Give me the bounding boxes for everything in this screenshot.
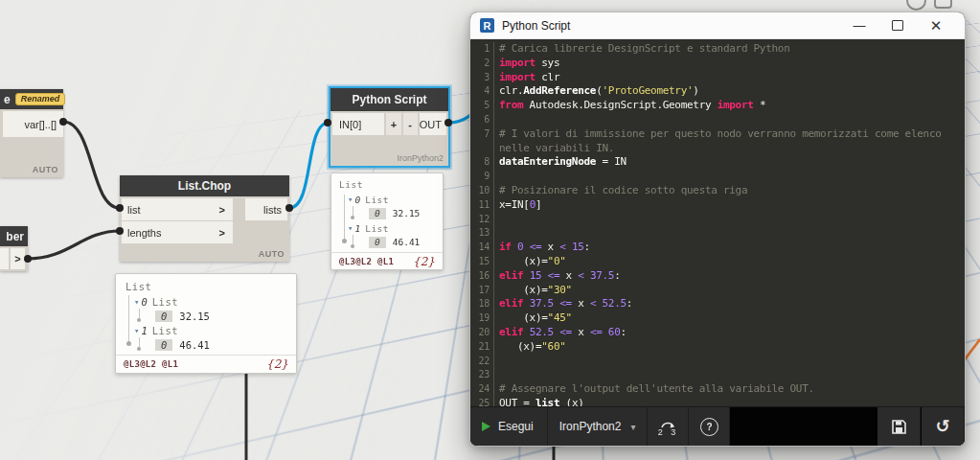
port-list-in[interactable]: list > bbox=[122, 198, 233, 220]
code-line[interactable]: 25OUT = list (x) bbox=[470, 397, 965, 406]
connector-var-out[interactable] bbox=[59, 118, 67, 126]
code-line[interactable]: 4clr.AddReference('ProtoGeometry') bbox=[470, 84, 965, 99]
toolbar-spacer bbox=[730, 407, 877, 446]
lacing-label[interactable]: AUTO bbox=[259, 249, 285, 259]
code-line[interactable]: 16elif 15 <= x < 37.5: bbox=[470, 269, 965, 284]
chevron-right-icon: > bbox=[219, 204, 225, 216]
help-button[interactable]: ? bbox=[689, 407, 730, 446]
code-line[interactable]: 2import sys bbox=[470, 57, 965, 71]
node-number-header[interactable]: ber bbox=[0, 226, 28, 246]
collapse-triangle-icon[interactable]: ▾ bbox=[134, 327, 139, 335]
code-line[interactable]: 7# I valori di immissione per questo nod… bbox=[470, 127, 965, 142]
collapse-triangle-icon[interactable]: ▾ bbox=[348, 196, 353, 204]
list-count: {2} bbox=[266, 357, 288, 371]
close-button[interactable]: ✕ bbox=[917, 12, 955, 38]
watch-root-label: List bbox=[125, 281, 290, 292]
code-line[interactable]: 13 bbox=[470, 226, 965, 241]
item-index-badge: 0 bbox=[155, 339, 172, 351]
item-index-badge: 0 bbox=[369, 237, 386, 248]
code-line[interactable]: 9 bbox=[470, 170, 965, 184]
node-list-chop-title[interactable]: List.Chop bbox=[120, 175, 289, 196]
code-line[interactable]: 17 (x)="30" bbox=[470, 284, 965, 298]
code-line[interactable]: 23 bbox=[470, 368, 965, 382]
connector-lists-out[interactable] bbox=[285, 204, 293, 212]
code-line[interactable]: 22 bbox=[470, 355, 965, 369]
connector-list-in[interactable] bbox=[116, 204, 124, 212]
revert-button[interactable]: ↺ bbox=[921, 407, 965, 446]
save-icon bbox=[891, 419, 907, 435]
engine-label: IronPython2 bbox=[397, 153, 444, 163]
branch-label: List bbox=[365, 223, 389, 234]
branch-label: List bbox=[365, 195, 389, 205]
orbit-icon[interactable] bbox=[906, 0, 926, 11]
code-line[interactable]: 19 (x)="45" bbox=[470, 311, 965, 326]
node-renamed-header[interactable]: e Renamed bbox=[0, 89, 63, 109]
node-list-chop[interactable]: List.Chop list > lengths > lists AUTO bbox=[120, 175, 289, 262]
code-line[interactable]: 24# Assegnare l'output dell'utente alla … bbox=[470, 382, 965, 397]
level-labels[interactable]: @L3@L2 @L1 bbox=[339, 257, 394, 266]
connector-number-out[interactable] bbox=[24, 255, 32, 263]
watch-root-label: List bbox=[339, 179, 439, 190]
item-value: 32.15 bbox=[393, 208, 421, 218]
branch-index: 1 bbox=[141, 325, 147, 336]
port-out[interactable]: OUT bbox=[420, 113, 446, 135]
node-python-script[interactable]: Python Script IN[0] + - OUT IronPython2 bbox=[329, 86, 450, 168]
play-icon bbox=[482, 422, 490, 431]
pan-icon[interactable] bbox=[934, 0, 952, 9]
code-line[interactable]: 20elif 52.5 <= x <= 60: bbox=[470, 326, 965, 340]
lacing-label[interactable]: AUTO bbox=[33, 165, 58, 174]
level-labels[interactable]: @L3@L2 @L1 bbox=[124, 359, 178, 369]
port-lengths-in[interactable]: lengths > bbox=[122, 221, 233, 243]
add-input-button[interactable]: + bbox=[386, 113, 400, 135]
code-line[interactable]: 3import clr bbox=[470, 71, 965, 85]
branch-label: List bbox=[152, 296, 178, 308]
code-line[interactable]: 6 bbox=[470, 113, 965, 127]
preview-bubble-big[interactable]: List ▾ 0 List 0 32.15 ▾ 1 bbox=[115, 273, 297, 374]
engine-value: IronPython2 bbox=[559, 420, 622, 433]
code-line[interactable]: 10# Posizionare il codice sotto questa r… bbox=[470, 184, 965, 198]
code-line[interactable]: 1# Carica librerie DesignScript e standa… bbox=[470, 42, 965, 57]
chevron-right-icon: > bbox=[219, 227, 225, 239]
code-line[interactable]: 8dataEnteringNode = IN bbox=[470, 155, 965, 170]
canvas-controls[interactable] bbox=[906, 0, 952, 11]
port-in0[interactable]: IN[0] bbox=[332, 113, 384, 135]
code-line[interactable]: 11x=IN[0] bbox=[470, 198, 965, 213]
window-titlebar[interactable]: R Python Script — ✕ bbox=[470, 12, 965, 39]
connector-python-out[interactable] bbox=[444, 119, 452, 126]
code-line[interactable]: 15 (x)="0" bbox=[470, 255, 965, 269]
watch-item: 0 46.41 bbox=[348, 235, 439, 249]
remove-input-button[interactable]: - bbox=[403, 113, 418, 135]
code-editor[interactable]: 1# Carica librerie DesignScript e standa… bbox=[470, 39, 965, 406]
engine-dropdown[interactable]: IronPython2 ▾ bbox=[548, 407, 649, 446]
port-number-out[interactable]: > bbox=[11, 248, 25, 269]
run-button[interactable]: Esegui bbox=[470, 407, 548, 446]
code-line[interactable]: nelle variabili IN. bbox=[470, 142, 965, 156]
item-index-badge: 0 bbox=[369, 208, 386, 219]
preview-bubble-small[interactable]: List ▾ 0 List 0 32.15 ▾ 1 bbox=[330, 172, 444, 270]
code-line[interactable]: 18elif 37.5 <= x < 52.5: bbox=[470, 297, 965, 311]
node-number[interactable]: ber > bbox=[0, 226, 28, 271]
dynamo-workspace: e Renamed var[]..[] AUTO ber > List.Chop… bbox=[0, 0, 980, 460]
connector-python-in[interactable] bbox=[324, 119, 331, 126]
migrate-2to3-button[interactable]: 2 3 bbox=[648, 407, 689, 446]
collapse-triangle-icon[interactable]: ▾ bbox=[348, 224, 353, 233]
code-line[interactable]: 14if 0 <= x < 15: bbox=[470, 241, 965, 255]
save-button[interactable] bbox=[877, 407, 921, 446]
minimize-button[interactable]: — bbox=[840, 12, 878, 38]
code-line[interactable]: 12 bbox=[470, 213, 965, 227]
node-python-title[interactable]: Python Script bbox=[330, 88, 448, 111]
maximize-button[interactable] bbox=[878, 12, 917, 38]
tree-guide-dot bbox=[137, 318, 141, 322]
port-lists-out[interactable]: lists bbox=[245, 198, 287, 220]
connector-lengths-in[interactable] bbox=[116, 227, 124, 235]
watch-branch: ▾ 0 List 0 32.15 bbox=[125, 295, 290, 323]
port-list-label: list bbox=[127, 204, 140, 216]
number-cell[interactable] bbox=[0, 248, 9, 269]
node-renamed[interactable]: e Renamed var[]..[] AUTO bbox=[0, 89, 63, 177]
collapse-triangle-icon[interactable]: ▾ bbox=[134, 298, 139, 307]
port-var-out[interactable]: var[]..[] bbox=[3, 111, 63, 137]
code-line[interactable]: 5from Autodesk.DesignScript.Geometry imp… bbox=[470, 99, 965, 113]
code-line[interactable]: 21 (x)="60" bbox=[470, 340, 965, 355]
item-value: 46.41 bbox=[179, 339, 210, 351]
watch-item: 0 32.15 bbox=[348, 206, 439, 220]
